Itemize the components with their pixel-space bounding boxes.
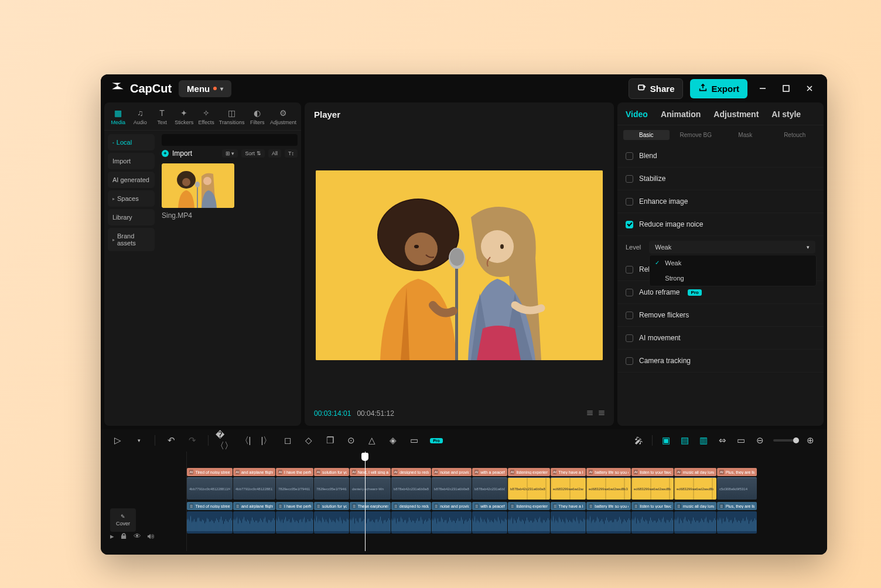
- track-mute-icon[interactable]: 🔊︎: [147, 532, 155, 541]
- checkbox[interactable]: [626, 312, 633, 319]
- subtitle-clip[interactable]: ☰I have the perfec: [276, 502, 313, 510]
- caption-clip[interactable]: AImusic all day long: [674, 468, 716, 476]
- preview-icon[interactable]: ⊙: [346, 435, 356, 446]
- checkbox[interactable]: [626, 266, 633, 274]
- media-thumbnail[interactable]: [162, 163, 234, 208]
- caption-clip[interactable]: AIdesigned to reduc: [391, 468, 431, 476]
- share-button[interactable]: Share: [629, 78, 684, 99]
- player-view-icon-a[interactable]: [587, 411, 593, 416]
- trim-left-icon[interactable]: 〈|: [240, 435, 251, 446]
- checkbox[interactable]: [626, 289, 633, 296]
- property-remove-flickers[interactable]: Remove flickers: [617, 304, 824, 327]
- import-button[interactable]: + Import: [162, 149, 192, 158]
- checkbox[interactable]: [626, 221, 633, 228]
- inspector-tab-adjustment[interactable]: Adjustment: [713, 110, 759, 119]
- sidebar-item-spaces[interactable]: ▸Spaces: [108, 190, 155, 207]
- split-icon[interactable]: �〈〉: [219, 435, 230, 446]
- subtitle-clip[interactable]: ☰They have a long: [551, 502, 586, 510]
- media-tab-effects[interactable]: ✧Effects: [196, 106, 216, 130]
- audio-clip[interactable]: [187, 511, 233, 534]
- pointer-tool-icon[interactable]: ▷: [112, 435, 123, 446]
- caption-clip[interactable]: AIThey have a long: [551, 468, 586, 476]
- media-tab-filters[interactable]: ◐Filters: [247, 106, 268, 130]
- view-grid-toggle[interactable]: ⊞ ▾: [222, 149, 238, 158]
- sidebar-item-ai-generated[interactable]: AI generated: [108, 172, 155, 188]
- marker-icon[interactable]: ◇: [303, 435, 314, 446]
- video-clip[interactable]: 7829ecc05e1f79461: [276, 477, 313, 500]
- track-visibility-icon[interactable]: 👁: [134, 532, 141, 541]
- magnet-link-icon[interactable]: ▥: [698, 435, 709, 446]
- caption-clip[interactable]: AITired of noisy streets: [187, 468, 233, 476]
- subtitle-clip[interactable]: ☰with a peaceful: [472, 502, 507, 510]
- inspector-subtab-basic[interactable]: Basic: [623, 130, 670, 140]
- video-clip[interactable]: ed683299aa6ad2aad8b3: [586, 477, 631, 500]
- video-clip[interactable]: ed683299aa6ad2aad8b3: [674, 477, 716, 500]
- subtitle-clip[interactable]: ☰Tired of noisy streets: [187, 502, 233, 510]
- player-stage[interactable]: [305, 127, 614, 404]
- sidebar-item-brand-assets[interactable]: ▸Brand assets: [108, 228, 155, 251]
- video-clip[interactable]: b878ab42c231a6b0a8: [472, 477, 507, 500]
- zoom-in-icon[interactable]: ⊕: [805, 435, 815, 446]
- crop-icon[interactable]: ◻: [282, 435, 293, 446]
- audio-clip[interactable]: [276, 511, 313, 534]
- sidebar-item-local[interactable]: •Local: [108, 134, 155, 151]
- audio-clip[interactable]: [350, 511, 391, 534]
- caption-clip[interactable]: AII have the perfec: [276, 468, 313, 476]
- checkbox[interactable]: [626, 198, 633, 206]
- caption-clip[interactable]: AIlistening experienc: [508, 468, 550, 476]
- audio-clip[interactable]: [631, 511, 674, 534]
- media-search[interactable]: [162, 134, 298, 146]
- track-lock-icon[interactable]: 🔒︎: [120, 532, 128, 541]
- video-clip[interactable]: ed683299aa6ad2aad8b3: [631, 477, 674, 500]
- rotate-icon[interactable]: ◈: [388, 435, 398, 446]
- audio-clip[interactable]: [717, 511, 757, 534]
- media-tab-stickers[interactable]: ✦Stickers: [173, 106, 194, 130]
- text-size-toggle[interactable]: T↕: [285, 149, 298, 158]
- player-view-icon-b[interactable]: [599, 411, 605, 416]
- menu-button[interactable]: Menu ▾: [179, 80, 231, 97]
- zoom-out-icon[interactable]: ⊖: [754, 435, 765, 446]
- media-tab-text[interactable]: TText: [152, 106, 172, 130]
- window-close[interactable]: [801, 80, 818, 97]
- property-blend[interactable]: Blend: [617, 145, 824, 167]
- level-option-weak[interactable]: Weak: [650, 255, 816, 271]
- playhead[interactable]: [365, 452, 366, 551]
- redo-icon[interactable]: ↷: [187, 435, 197, 446]
- undo-icon[interactable]: ↶: [166, 435, 176, 446]
- property-ai-movement[interactable]: AI movement: [617, 327, 824, 350]
- caption-clip[interactable]: AIlisten to your favori: [631, 468, 674, 476]
- thumbnail-toggle-icon[interactable]: ▭: [736, 435, 746, 446]
- video-clip[interactable]: daniel-j-schwarz-Wn: [350, 477, 391, 500]
- subtitle-clip[interactable]: ☰Plus, they are lig: [717, 502, 757, 510]
- video-clip[interactable]: ed683299aa6ad2aad8b3: [551, 477, 586, 500]
- subtitle-clip[interactable]: ☰and airplane flights?: [233, 502, 275, 510]
- property-camera-tracking[interactable]: Camera tracking: [617, 350, 824, 372]
- duplicate-icon[interactable]: ❐: [325, 435, 335, 446]
- audio-clip[interactable]: [314, 511, 349, 534]
- video-clip[interactable]: 4bb7791bc0c481228811f4: [233, 477, 275, 500]
- inspector-subtab-retouch[interactable]: Retouch: [772, 130, 818, 140]
- sidebar-item-library[interactable]: Library: [108, 209, 155, 225]
- track-play-icon[interactable]: ▸: [110, 532, 114, 541]
- reframe-icon[interactable]: ▭: [409, 435, 419, 446]
- video-clip[interactable]: 7829ecc05e1f79461: [314, 477, 349, 500]
- magnet-on-icon[interactable]: ▣: [661, 435, 671, 446]
- audio-clip[interactable]: [674, 511, 716, 534]
- caption-clip[interactable]: AIand airplane flights?: [233, 468, 275, 476]
- zoom-slider[interactable]: [773, 439, 797, 442]
- video-clip[interactable]: 4bb7791bc0c481228811f4: [187, 477, 233, 500]
- subtitle-clip[interactable]: ☰battery life so you ca: [586, 502, 631, 510]
- checkbox[interactable]: [626, 152, 633, 160]
- pointer-dropdown-icon[interactable]: ▾: [134, 435, 144, 446]
- audio-clip[interactable]: [508, 511, 550, 534]
- mirror-icon[interactable]: △: [367, 435, 377, 446]
- video-clip[interactable]: c5d308a9d9f5314: [717, 477, 757, 500]
- checkbox[interactable]: [626, 357, 633, 365]
- window-minimize[interactable]: [754, 80, 771, 97]
- media-tab-media[interactable]: ▦Media: [108, 106, 128, 130]
- caption-clip[interactable]: AINext, I will sing a so: [350, 468, 391, 476]
- inspector-subtab-remove-bg[interactable]: Remove BG: [673, 130, 719, 140]
- audio-clip[interactable]: [233, 511, 275, 534]
- audio-clip[interactable]: [472, 511, 507, 534]
- video-clip[interactable]: b878ab42c231a6b0a8: [391, 477, 431, 500]
